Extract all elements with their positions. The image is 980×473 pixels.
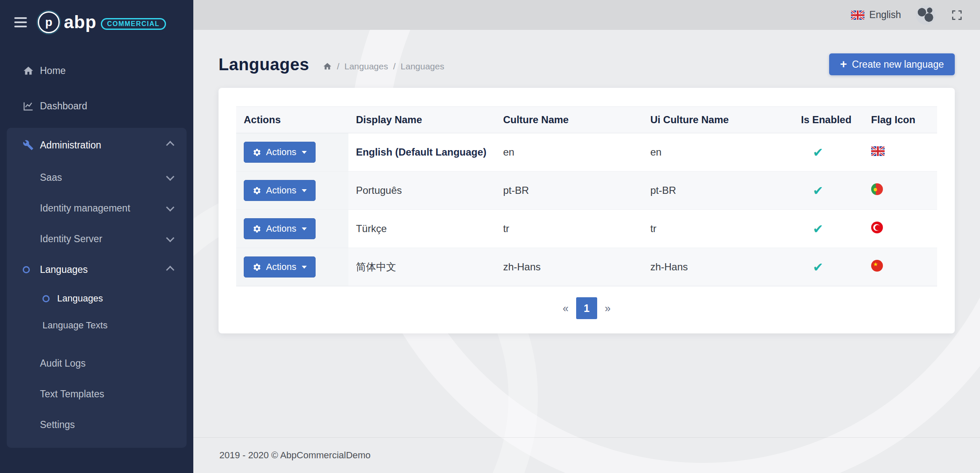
app-root: p abp COMMERCIAL Home Dashboard xyxy=(0,0,980,473)
sidebar-item-administration[interactable]: Administration xyxy=(7,128,187,162)
table-row: Actions 简体中文 zh-Hans zh-Hans ✔ ★ xyxy=(236,248,937,286)
check-icon: ✔ xyxy=(801,260,823,275)
sidebar-item-dashboard[interactable]: Dashboard xyxy=(0,88,193,124)
sidebar-item-label: Identity Server xyxy=(40,233,102,245)
column-ui-culture-name: Ui Culture Name xyxy=(643,107,793,133)
sidebar-item-label: Settings xyxy=(40,419,75,431)
create-button-label: Create new language xyxy=(852,59,944,70)
table-row: Actions English (Default Language) en en… xyxy=(236,133,937,172)
sidebar-item-settings[interactable]: Settings xyxy=(7,410,187,440)
pagination-next[interactable]: » xyxy=(597,297,618,319)
star-icon: ★ xyxy=(873,261,878,267)
sidebar-item-identity-server[interactable]: Identity Server xyxy=(7,224,187,254)
column-culture-name: Culture Name xyxy=(495,107,643,133)
ui-culture-name: tr xyxy=(650,223,656,234)
sidebar-item-saas[interactable]: Saas xyxy=(7,162,187,193)
dot-ring-icon xyxy=(23,266,40,273)
uk-flag-icon xyxy=(871,146,885,156)
sidebar-item-label: Dashboard xyxy=(40,100,87,112)
breadcrumb-separator: / xyxy=(337,61,340,71)
sidebar-nav: Home Dashboard Administration Saas xyxy=(0,53,193,448)
wrench-icon xyxy=(23,140,40,151)
sidebar-item-languages[interactable]: Languages xyxy=(7,285,187,312)
create-new-language-button[interactable]: + Create new language xyxy=(829,53,955,75)
sidebar: p abp COMMERCIAL Home Dashboard xyxy=(0,0,193,473)
actions-button[interactable]: Actions xyxy=(244,142,316,163)
breadcrumb-home-icon[interactable] xyxy=(323,62,332,71)
culture-name: tr xyxy=(503,223,509,234)
topbar: English xyxy=(193,0,980,30)
display-name: Português xyxy=(356,185,402,196)
breadcrumb-languages-2[interactable]: Languages xyxy=(400,61,444,71)
actions-button-label: Actions xyxy=(266,262,296,272)
ui-culture-name: en xyxy=(650,146,661,158)
culture-name: en xyxy=(503,146,514,158)
check-icon: ✔ xyxy=(801,183,823,198)
user-avatar[interactable] xyxy=(916,5,935,25)
brand-logo[interactable]: p abp COMMERCIAL xyxy=(38,11,166,33)
sidebar-item-identity-management[interactable]: Identity management xyxy=(7,193,187,224)
main-content: Languages / Languages / Languages + Crea… xyxy=(193,30,980,473)
chevron-down-icon xyxy=(166,203,174,211)
sidebar-item-label: Administration xyxy=(40,140,101,151)
sidebar-item-label: Text Templates xyxy=(40,388,104,400)
chevron-up-icon xyxy=(166,266,174,274)
sidebar-item-label: Languages xyxy=(40,264,88,275)
page-header: Languages / Languages / Languages + Crea… xyxy=(219,53,955,75)
actions-button[interactable]: Actions xyxy=(244,256,316,277)
menu-toggle-icon[interactable] xyxy=(14,17,27,27)
caret-down-icon xyxy=(302,189,307,192)
page-title: Languages xyxy=(219,55,309,74)
sidebar-item-label: Home xyxy=(40,65,66,77)
pagination-page-1[interactable]: 1 xyxy=(576,297,597,319)
chart-icon xyxy=(23,100,40,112)
chevron-up-icon xyxy=(166,141,174,149)
sidebar-item-text-templates[interactable]: Text Templates xyxy=(7,379,187,410)
portugal-flag-icon xyxy=(871,183,883,195)
sidebar-item-home[interactable]: Home xyxy=(0,53,193,88)
ui-culture-name: zh-Hans xyxy=(650,261,688,272)
table-row: Actions Türkçe tr tr ✔ xyxy=(236,210,937,248)
actions-button-label: Actions xyxy=(266,223,296,234)
sidebar-item-audit-logs[interactable]: Audit Logs xyxy=(7,348,187,379)
check-icon: ✔ xyxy=(801,145,823,160)
display-name: English (Default Language) xyxy=(356,146,487,158)
administration-panel: Administration Saas Identity management … xyxy=(7,128,187,448)
footer: 2019 - 2020 © AbpCommercialDemo xyxy=(193,437,980,473)
home-icon xyxy=(23,65,40,77)
table-header-row: Actions Display Name Culture Name Ui Cul… xyxy=(236,107,937,133)
languages-table: Actions Display Name Culture Name Ui Cul… xyxy=(236,106,937,286)
fullscreen-icon[interactable] xyxy=(951,9,963,21)
gear-icon xyxy=(253,263,261,272)
abp-logo-icon: p xyxy=(38,11,60,33)
display-name: 简体中文 xyxy=(356,261,396,272)
language-switcher[interactable]: English xyxy=(851,9,901,21)
languages-card: Actions Display Name Culture Name Ui Cul… xyxy=(219,88,955,333)
gear-icon xyxy=(253,186,261,195)
breadcrumb-languages[interactable]: Languages xyxy=(345,61,388,71)
actions-button[interactable]: Actions xyxy=(244,180,316,201)
actions-button[interactable]: Actions xyxy=(244,218,316,239)
turkey-flag-icon xyxy=(871,222,883,233)
table-row: Actions Português pt-BR pt-BR ✔ xyxy=(236,172,937,210)
gear-icon xyxy=(253,148,261,157)
ui-culture-name: pt-BR xyxy=(650,185,676,196)
uk-flag-icon xyxy=(851,11,864,20)
display-name: Türkçe xyxy=(356,223,387,234)
sidebar-item-label: Identity management xyxy=(40,203,130,214)
sidebar-item-language-texts[interactable]: Language Texts xyxy=(7,312,187,339)
brand-name: abp xyxy=(64,12,97,32)
pagination-prev[interactable]: « xyxy=(555,297,576,319)
actions-button-label: Actions xyxy=(266,185,296,196)
sidebar-item-label: Language Texts xyxy=(42,320,108,331)
sidebar-item-languages-group[interactable]: Languages xyxy=(7,254,187,285)
check-icon: ✔ xyxy=(801,222,823,236)
caret-down-icon xyxy=(302,227,307,230)
china-flag-icon: ★ xyxy=(871,260,883,272)
sidebar-item-label: Saas xyxy=(40,172,62,183)
culture-name: zh-Hans xyxy=(503,261,540,272)
chevron-down-icon xyxy=(166,234,174,242)
logo-row: p abp COMMERCIAL xyxy=(0,0,193,45)
caret-down-icon xyxy=(302,266,307,269)
gear-icon xyxy=(253,225,261,233)
